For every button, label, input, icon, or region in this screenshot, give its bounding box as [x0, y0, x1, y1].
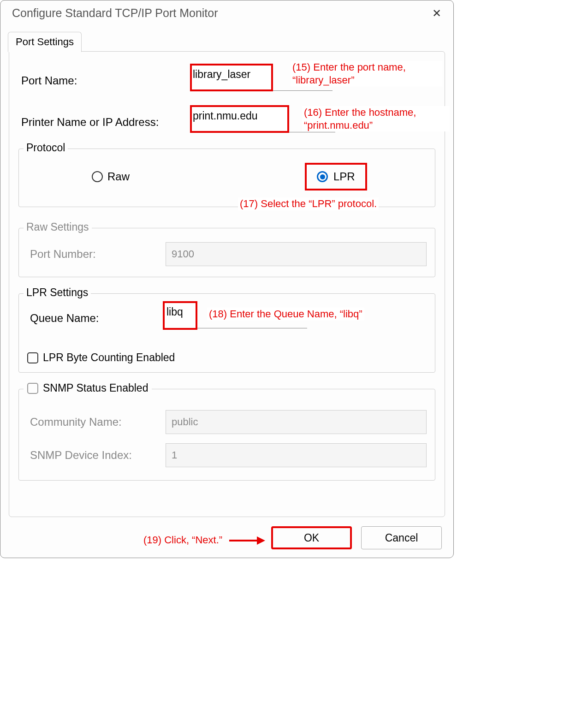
annotation-18: (18) Enter the Queue Name, “libq”: [207, 308, 364, 321]
row-queue-name: Queue Name: libq (18) Enter the Queue Na…: [27, 308, 427, 328]
label-device-index: SNMP Device Index:: [27, 449, 166, 462]
radio-raw[interactable]: Raw: [92, 170, 130, 183]
annotation-19-container: (19) Click, “Next.”: [143, 534, 265, 546]
fieldset-snmp: SNMP Status Enabled Community Name: SNMP…: [18, 389, 435, 481]
input-community-name: [166, 410, 427, 434]
close-icon[interactable]: ✕: [429, 7, 444, 20]
fieldset-protocol: Protocol Raw LPR (17) Select the “LPR” p…: [18, 149, 435, 207]
row-port-name: Port Name: library_laser (15) Enter the …: [18, 70, 435, 91]
legend-lpr-settings: LPR Settings: [24, 286, 91, 299]
label-port-name: Port Name:: [18, 74, 194, 87]
row-lpr-byte-counting[interactable]: LPR Byte Counting Enabled: [27, 351, 427, 364]
input-port-number: [166, 242, 427, 266]
label-community-name: Community Name:: [27, 416, 166, 428]
tab-container: Port Settings Port Name: library_laser (…: [9, 51, 445, 517]
dialog-window: Configure Standard TCP/IP Port Monitor ✕…: [0, 0, 454, 558]
label-port-number: Port Number:: [27, 248, 166, 261]
radio-lpr-indicator: [317, 171, 328, 182]
radio-row-protocol: Raw LPR: [27, 158, 427, 195]
row-port-number: Port Number:: [27, 242, 427, 266]
button-row: OK Cancel: [271, 526, 442, 549]
fieldset-lpr-settings: LPR Settings Queue Name: libq (18) Enter…: [18, 293, 435, 373]
legend-protocol: Protocol: [24, 142, 68, 154]
legend-snmp-row[interactable]: SNMP Status Enabled: [24, 382, 152, 394]
annotation-19: (19) Click, “Next.”: [143, 534, 222, 546]
row-printer-address: Printer Name or IP Address: print.nmu.ed…: [18, 112, 435, 132]
input-printer-address-text: print.nmu.edu: [193, 110, 258, 122]
row-device-index: SNMP Device Index:: [27, 443, 427, 467]
dialog-title: Configure Standard TCP/IP Port Monitor: [12, 6, 218, 20]
row-community-name: Community Name:: [27, 410, 427, 434]
radio-raw-label: Raw: [107, 170, 130, 183]
legend-raw-settings: Raw Settings: [24, 221, 92, 233]
radio-lpr[interactable]: LPR: [305, 163, 367, 190]
checkbox-lpr-byte-counting[interactable]: [27, 352, 38, 363]
ok-button[interactable]: OK: [271, 526, 352, 549]
radio-lpr-label: LPR: [333, 170, 355, 183]
annotation-16: (16) Enter the hostname, “print.nmu.edu”: [302, 106, 450, 131]
fieldset-raw-settings: Raw Settings Port Number:: [18, 228, 435, 277]
checkbox-snmp-enabled[interactable]: [27, 383, 38, 394]
arrow-icon: [229, 534, 265, 546]
legend-snmp: SNMP Status Enabled: [43, 382, 148, 394]
label-lpr-byte-counting: LPR Byte Counting Enabled: [43, 351, 175, 364]
tab-panel: Port Name: library_laser (15) Enter the …: [9, 51, 445, 517]
annotation-17: (17) Select the “LPR” protocol.: [238, 197, 379, 210]
label-printer-address: Printer Name or IP Address:: [18, 116, 194, 129]
input-queue-name-text: libq: [166, 306, 183, 318]
cancel-button[interactable]: Cancel: [361, 526, 442, 549]
annotation-15: (15) Enter the port name, “library_laser…: [291, 61, 443, 86]
input-device-index: [166, 443, 427, 467]
radio-raw-indicator: [92, 171, 103, 182]
tab-port-settings[interactable]: Port Settings: [8, 32, 82, 52]
input-port-name-text: library_laser: [193, 68, 250, 81]
label-queue-name: Queue Name:: [27, 312, 166, 325]
titlebar: Configure Standard TCP/IP Port Monitor ✕: [0, 0, 453, 26]
